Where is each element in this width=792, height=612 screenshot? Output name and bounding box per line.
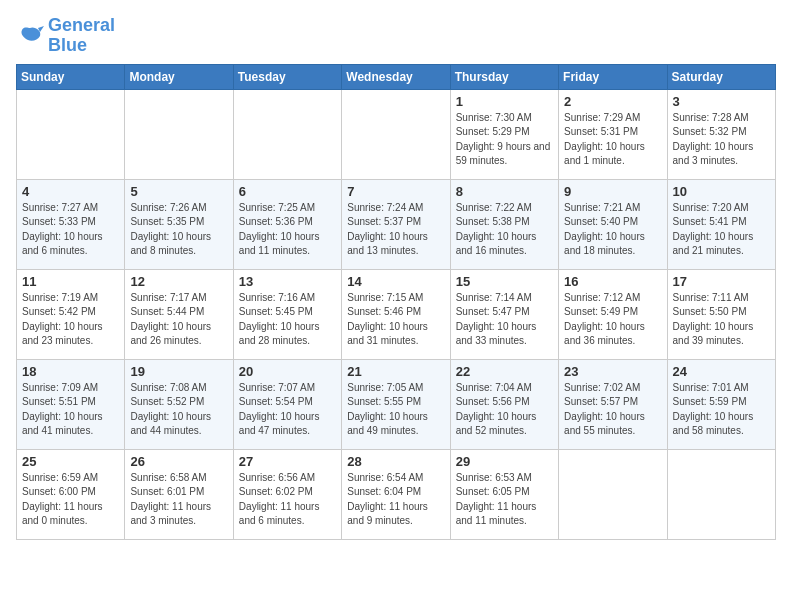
day-info: Sunrise: 6:54 AM Sunset: 6:04 PM Dayligh… — [347, 471, 444, 529]
page-header: General Blue — [16, 16, 776, 56]
day-number: 22 — [456, 364, 553, 379]
day-info: Sunrise: 7:30 AM Sunset: 5:29 PM Dayligh… — [456, 111, 553, 169]
day-number: 7 — [347, 184, 444, 199]
day-number: 27 — [239, 454, 336, 469]
day-info: Sunrise: 7:19 AM Sunset: 5:42 PM Dayligh… — [22, 291, 119, 349]
day-info: Sunrise: 7:08 AM Sunset: 5:52 PM Dayligh… — [130, 381, 227, 439]
day-number: 3 — [673, 94, 770, 109]
logo-icon — [16, 24, 44, 48]
day-info: Sunrise: 7:15 AM Sunset: 5:46 PM Dayligh… — [347, 291, 444, 349]
day-number: 15 — [456, 274, 553, 289]
day-info: Sunrise: 7:26 AM Sunset: 5:35 PM Dayligh… — [130, 201, 227, 259]
calendar-cell: 11Sunrise: 7:19 AM Sunset: 5:42 PM Dayli… — [17, 269, 125, 359]
day-of-week-header: Wednesday — [342, 64, 450, 89]
day-info: Sunrise: 7:24 AM Sunset: 5:37 PM Dayligh… — [347, 201, 444, 259]
day-number: 16 — [564, 274, 661, 289]
day-info: Sunrise: 7:04 AM Sunset: 5:56 PM Dayligh… — [456, 381, 553, 439]
day-info: Sunrise: 7:01 AM Sunset: 5:59 PM Dayligh… — [673, 381, 770, 439]
calendar-cell — [667, 449, 775, 539]
calendar-cell: 4Sunrise: 7:27 AM Sunset: 5:33 PM Daylig… — [17, 179, 125, 269]
day-info: Sunrise: 7:28 AM Sunset: 5:32 PM Dayligh… — [673, 111, 770, 169]
calendar-cell — [342, 89, 450, 179]
day-number: 5 — [130, 184, 227, 199]
calendar-cell: 2Sunrise: 7:29 AM Sunset: 5:31 PM Daylig… — [559, 89, 667, 179]
day-info: Sunrise: 7:12 AM Sunset: 5:49 PM Dayligh… — [564, 291, 661, 349]
day-number: 1 — [456, 94, 553, 109]
day-info: Sunrise: 6:53 AM Sunset: 6:05 PM Dayligh… — [456, 471, 553, 529]
day-of-week-header: Thursday — [450, 64, 558, 89]
calendar-cell: 12Sunrise: 7:17 AM Sunset: 5:44 PM Dayli… — [125, 269, 233, 359]
calendar-cell: 18Sunrise: 7:09 AM Sunset: 5:51 PM Dayli… — [17, 359, 125, 449]
day-info: Sunrise: 7:20 AM Sunset: 5:41 PM Dayligh… — [673, 201, 770, 259]
day-number: 12 — [130, 274, 227, 289]
calendar-cell: 19Sunrise: 7:08 AM Sunset: 5:52 PM Dayli… — [125, 359, 233, 449]
calendar-cell: 28Sunrise: 6:54 AM Sunset: 6:04 PM Dayli… — [342, 449, 450, 539]
day-number: 25 — [22, 454, 119, 469]
calendar-cell: 29Sunrise: 6:53 AM Sunset: 6:05 PM Dayli… — [450, 449, 558, 539]
calendar-cell: 24Sunrise: 7:01 AM Sunset: 5:59 PM Dayli… — [667, 359, 775, 449]
day-of-week-header: Friday — [559, 64, 667, 89]
day-info: Sunrise: 7:05 AM Sunset: 5:55 PM Dayligh… — [347, 381, 444, 439]
calendar-cell: 20Sunrise: 7:07 AM Sunset: 5:54 PM Dayli… — [233, 359, 341, 449]
day-number: 26 — [130, 454, 227, 469]
day-number: 23 — [564, 364, 661, 379]
calendar-cell: 15Sunrise: 7:14 AM Sunset: 5:47 PM Dayli… — [450, 269, 558, 359]
calendar-cell: 9Sunrise: 7:21 AM Sunset: 5:40 PM Daylig… — [559, 179, 667, 269]
calendar-cell: 5Sunrise: 7:26 AM Sunset: 5:35 PM Daylig… — [125, 179, 233, 269]
calendar-cell: 14Sunrise: 7:15 AM Sunset: 5:46 PM Dayli… — [342, 269, 450, 359]
day-of-week-header: Sunday — [17, 64, 125, 89]
day-number: 21 — [347, 364, 444, 379]
logo: General Blue — [16, 16, 115, 56]
day-number: 14 — [347, 274, 444, 289]
day-number: 2 — [564, 94, 661, 109]
day-number: 29 — [456, 454, 553, 469]
day-info: Sunrise: 6:59 AM Sunset: 6:00 PM Dayligh… — [22, 471, 119, 529]
day-number: 11 — [22, 274, 119, 289]
day-info: Sunrise: 7:25 AM Sunset: 5:36 PM Dayligh… — [239, 201, 336, 259]
calendar-cell: 1Sunrise: 7:30 AM Sunset: 5:29 PM Daylig… — [450, 89, 558, 179]
day-of-week-header: Tuesday — [233, 64, 341, 89]
day-number: 18 — [22, 364, 119, 379]
calendar-cell: 27Sunrise: 6:56 AM Sunset: 6:02 PM Dayli… — [233, 449, 341, 539]
calendar-cell: 10Sunrise: 7:20 AM Sunset: 5:41 PM Dayli… — [667, 179, 775, 269]
day-number: 20 — [239, 364, 336, 379]
day-number: 19 — [130, 364, 227, 379]
day-info: Sunrise: 6:58 AM Sunset: 6:01 PM Dayligh… — [130, 471, 227, 529]
calendar-cell: 3Sunrise: 7:28 AM Sunset: 5:32 PM Daylig… — [667, 89, 775, 179]
calendar-cell: 23Sunrise: 7:02 AM Sunset: 5:57 PM Dayli… — [559, 359, 667, 449]
calendar-cell: 25Sunrise: 6:59 AM Sunset: 6:00 PM Dayli… — [17, 449, 125, 539]
calendar-cell — [17, 89, 125, 179]
calendar-cell: 6Sunrise: 7:25 AM Sunset: 5:36 PM Daylig… — [233, 179, 341, 269]
calendar-cell: 13Sunrise: 7:16 AM Sunset: 5:45 PM Dayli… — [233, 269, 341, 359]
calendar-cell — [559, 449, 667, 539]
day-of-week-header: Saturday — [667, 64, 775, 89]
calendar-cell: 8Sunrise: 7:22 AM Sunset: 5:38 PM Daylig… — [450, 179, 558, 269]
day-number: 8 — [456, 184, 553, 199]
day-info: Sunrise: 7:02 AM Sunset: 5:57 PM Dayligh… — [564, 381, 661, 439]
day-info: Sunrise: 7:11 AM Sunset: 5:50 PM Dayligh… — [673, 291, 770, 349]
calendar-cell: 17Sunrise: 7:11 AM Sunset: 5:50 PM Dayli… — [667, 269, 775, 359]
day-number: 4 — [22, 184, 119, 199]
day-info: Sunrise: 6:56 AM Sunset: 6:02 PM Dayligh… — [239, 471, 336, 529]
day-of-week-header: Monday — [125, 64, 233, 89]
day-info: Sunrise: 7:17 AM Sunset: 5:44 PM Dayligh… — [130, 291, 227, 349]
day-number: 9 — [564, 184, 661, 199]
day-info: Sunrise: 7:27 AM Sunset: 5:33 PM Dayligh… — [22, 201, 119, 259]
calendar-cell — [125, 89, 233, 179]
day-number: 13 — [239, 274, 336, 289]
day-number: 28 — [347, 454, 444, 469]
calendar-cell: 26Sunrise: 6:58 AM Sunset: 6:01 PM Dayli… — [125, 449, 233, 539]
day-number: 6 — [239, 184, 336, 199]
calendar-cell: 21Sunrise: 7:05 AM Sunset: 5:55 PM Dayli… — [342, 359, 450, 449]
logo-text: General Blue — [48, 16, 115, 56]
day-info: Sunrise: 7:09 AM Sunset: 5:51 PM Dayligh… — [22, 381, 119, 439]
day-info: Sunrise: 7:29 AM Sunset: 5:31 PM Dayligh… — [564, 111, 661, 169]
day-number: 10 — [673, 184, 770, 199]
day-info: Sunrise: 7:22 AM Sunset: 5:38 PM Dayligh… — [456, 201, 553, 259]
day-info: Sunrise: 7:07 AM Sunset: 5:54 PM Dayligh… — [239, 381, 336, 439]
day-number: 24 — [673, 364, 770, 379]
calendar-table: SundayMondayTuesdayWednesdayThursdayFrid… — [16, 64, 776, 540]
day-number: 17 — [673, 274, 770, 289]
calendar-cell: 16Sunrise: 7:12 AM Sunset: 5:49 PM Dayli… — [559, 269, 667, 359]
calendar-cell: 7Sunrise: 7:24 AM Sunset: 5:37 PM Daylig… — [342, 179, 450, 269]
